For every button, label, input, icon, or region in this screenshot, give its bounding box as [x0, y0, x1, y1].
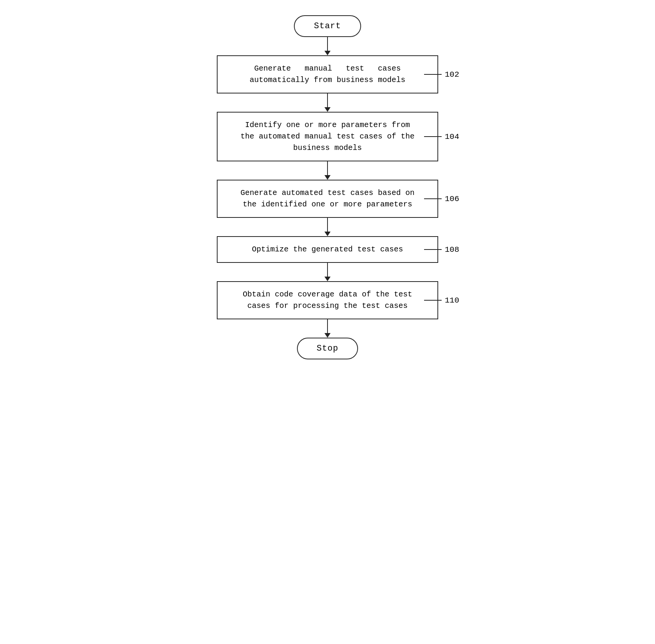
stop-label: Stop [317, 344, 339, 353]
arrow-head-3 [324, 175, 331, 180]
node-108-process: Optimize the generated test cases [217, 236, 438, 263]
stop-node-row: Stop [175, 338, 480, 359]
node-110-text: Obtain code coverage data of the testcas… [243, 290, 412, 310]
label-110-line [424, 300, 442, 301]
label-108-line [424, 249, 442, 250]
node-108-row: Optimize the generated test cases 108 [175, 236, 480, 263]
arrow-3 [324, 161, 331, 180]
label-106-group: 106 [424, 195, 459, 203]
arrow-head-6 [324, 333, 331, 338]
node-102-row: Generate manual test casesautomatically … [175, 55, 480, 93]
arrow-4 [324, 218, 331, 236]
arrow-head-1 [324, 51, 331, 55]
node-108-text: Optimize the generated test cases [252, 245, 403, 254]
node-106-text: Generate automated test cases based onth… [240, 188, 415, 209]
arrow-1 [324, 37, 331, 55]
arrow-line-6 [327, 319, 328, 333]
start-terminal: Start [294, 15, 361, 37]
node-106-row: Generate automated test cases based onth… [175, 180, 480, 218]
label-108: 108 [445, 245, 459, 254]
flowchart-diagram: Start Generate manual test casesautomati… [175, 15, 480, 359]
arrow-line-4 [327, 218, 328, 232]
label-106-line [424, 198, 442, 199]
label-108-group: 108 [424, 245, 459, 254]
node-106-process: Generate automated test cases based onth… [217, 180, 438, 218]
start-node-row: Start [175, 15, 480, 37]
arrow-head-4 [324, 232, 331, 236]
label-102-line [424, 74, 442, 75]
stop-terminal: Stop [297, 338, 358, 359]
node-104-process: Identify one or more parameters fromthe … [217, 112, 438, 161]
arrow-line-2 [327, 93, 328, 107]
arrow-line-3 [327, 161, 328, 175]
node-102-text: Generate manual test casesautomatically … [250, 64, 405, 84]
node-110-row: Obtain code coverage data of the testcas… [175, 281, 480, 319]
arrow-2 [324, 93, 331, 112]
node-110-process: Obtain code coverage data of the testcas… [217, 281, 438, 319]
label-110: 110 [445, 296, 459, 305]
node-104-row: Identify one or more parameters fromthe … [175, 112, 480, 161]
label-102-group: 102 [424, 70, 459, 79]
label-102: 102 [445, 70, 459, 79]
arrow-5 [324, 263, 331, 281]
label-104-line [424, 136, 442, 137]
arrow-head-5 [324, 277, 331, 281]
arrow-6 [324, 319, 331, 338]
label-110-group: 110 [424, 296, 459, 305]
arrow-line-5 [327, 263, 328, 277]
node-104-text: Identify one or more parameters fromthe … [240, 121, 415, 152]
arrow-head-2 [324, 107, 331, 112]
label-104: 104 [445, 132, 459, 141]
start-label: Start [314, 21, 341, 31]
label-104-group: 104 [424, 132, 459, 141]
label-106: 106 [445, 195, 459, 203]
node-102-process: Generate manual test casesautomatically … [217, 55, 438, 93]
arrow-line-1 [327, 37, 328, 51]
